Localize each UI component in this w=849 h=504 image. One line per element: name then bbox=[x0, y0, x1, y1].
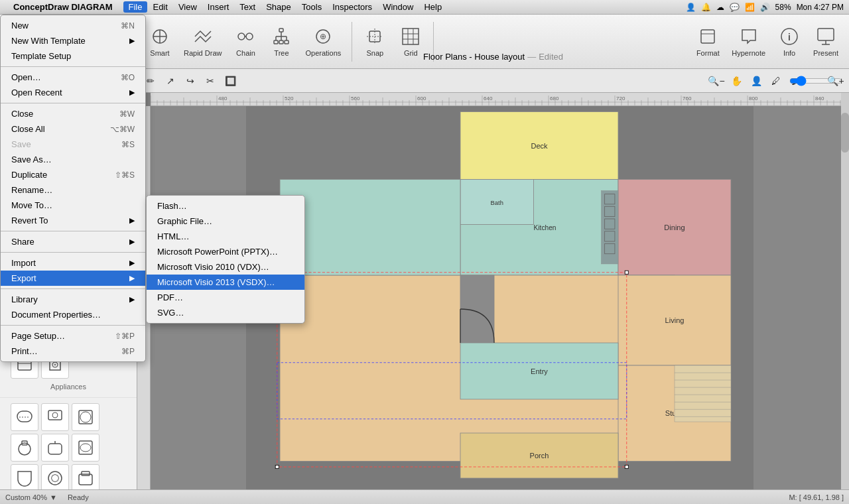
menu-close-all[interactable]: Close All ⌥⌘W bbox=[1, 121, 145, 137]
appliances-label: Appliances bbox=[5, 381, 131, 395]
bath-5[interactable] bbox=[41, 434, 69, 462]
scissors-tool[interactable]: ✂ bbox=[201, 72, 220, 90]
bath-6[interactable] bbox=[72, 434, 99, 462]
info-button[interactable]: i Info bbox=[772, 22, 807, 61]
grid-label: Grid bbox=[404, 49, 418, 57]
person-tool[interactable]: 👤 bbox=[747, 72, 765, 90]
file-menu: New ⌘N New With Template ▶ Template Setu… bbox=[0, 15, 146, 362]
tree-icon bbox=[271, 26, 292, 47]
svg-rect-16 bbox=[274, 40, 278, 44]
menu-open[interactable]: Open… ⌘O bbox=[1, 70, 145, 85]
svg-text:Living: Living bbox=[665, 316, 685, 324]
menu-close[interactable]: Close ⌘W bbox=[1, 106, 145, 121]
export-html[interactable]: HTML… bbox=[147, 229, 304, 244]
menu-close-shortcut: ⌘W bbox=[119, 109, 135, 119]
menu-insert[interactable]: Insert bbox=[202, 1, 235, 13]
bathroom-section: Bathroom bbox=[0, 397, 137, 489]
pan-tool[interactable]: ✋ bbox=[727, 72, 746, 90]
snap-button[interactable]: Snap bbox=[358, 22, 392, 61]
menu-page-setup-shortcut: ⇧⌘P bbox=[115, 332, 135, 341]
menu-close-all-shortcut: ⌥⌘W bbox=[110, 125, 135, 134]
menubar-notch: 🔔 bbox=[701, 3, 711, 12]
tree-button[interactable]: Tree bbox=[264, 22, 298, 61]
menubar-battery: 58% bbox=[775, 3, 791, 12]
export-flash[interactable]: Flash… bbox=[147, 198, 304, 214]
doc-title: Floor Plans - House layout bbox=[423, 52, 525, 62]
format-button[interactable]: Format bbox=[690, 22, 725, 61]
rapid-draw-button[interactable]: Rapid Draw bbox=[178, 22, 227, 61]
export-vdx[interactable]: Microsoft Visio 2010 (VDX)… bbox=[147, 259, 304, 275]
status-coords: M: [ 49.61, 1.98 ] bbox=[789, 493, 844, 501]
menu-save-as[interactable]: Save As… bbox=[1, 152, 145, 167]
menu-open-shortcut: ⌘O bbox=[121, 73, 135, 82]
menu-inspectors[interactable]: Inspectors bbox=[327, 1, 377, 13]
svg-rect-270 bbox=[275, 465, 279, 468]
chain-button[interactable]: Chain bbox=[228, 22, 263, 61]
zoom-in-tool[interactable]: 🔍+ bbox=[826, 72, 845, 90]
zoom-dropdown-arrow[interactable]: ▼ bbox=[50, 493, 57, 501]
menu-help[interactable]: Help bbox=[419, 1, 447, 13]
menu-rename[interactable]: Rename… bbox=[1, 182, 145, 198]
bath-8[interactable] bbox=[41, 464, 69, 489]
export-pptx[interactable]: Microsoft PowerPoint (PPTX)… bbox=[147, 244, 304, 259]
bath-9[interactable] bbox=[72, 464, 99, 489]
connect-tool[interactable]: ↗ bbox=[161, 72, 180, 90]
app-name[interactable]: ConceptDraw DIAGRAM bbox=[13, 2, 113, 12]
menu-export[interactable]: Export ▶ bbox=[1, 271, 145, 286]
menu-document-properties[interactable]: Document Properties… bbox=[1, 307, 145, 322]
menu-import[interactable]: Import ▶ bbox=[1, 255, 145, 271]
svg-point-12 bbox=[238, 33, 245, 40]
bend-tool[interactable]: ↪ bbox=[181, 72, 200, 90]
menu-template-setup[interactable]: Template Setup bbox=[1, 48, 145, 64]
menu-window[interactable]: Window bbox=[377, 1, 419, 13]
hypernote-button[interactable]: Hypernote bbox=[726, 22, 771, 61]
svg-rect-88 bbox=[79, 441, 92, 454]
svg-text:840: 840 bbox=[815, 95, 824, 101]
menu-view[interactable]: View bbox=[173, 1, 202, 13]
menu-share[interactable]: Share ▶ bbox=[1, 234, 145, 249]
bath-1[interactable] bbox=[11, 403, 38, 431]
menu-revert-to[interactable]: Revert To ▶ bbox=[1, 213, 145, 228]
svg-rect-15 bbox=[279, 29, 283, 32]
menu-move-to[interactable]: Move To… bbox=[1, 198, 145, 213]
export-svg[interactable]: SVG… bbox=[147, 305, 304, 320]
bath-7[interactable] bbox=[11, 464, 38, 489]
menu-tools[interactable]: Tools bbox=[296, 1, 327, 13]
pen-tool[interactable]: 🖊 bbox=[767, 72, 785, 90]
zoom-out-tool[interactable]: 🔍− bbox=[707, 72, 726, 90]
vertical-scrollbar[interactable] bbox=[841, 93, 849, 489]
menu-text[interactable]: Text bbox=[234, 1, 261, 13]
bath-4[interactable] bbox=[11, 434, 38, 462]
stamp-tool[interactable]: 🔲 bbox=[221, 72, 239, 90]
grid-button[interactable]: Grid bbox=[393, 22, 428, 61]
menubar-time: Mon 4:27 PM bbox=[797, 3, 844, 12]
chain-icon bbox=[235, 26, 256, 47]
export-vsdx[interactable]: Microsoft Visio 2013 (VSDX)… bbox=[147, 275, 304, 290]
menu-save-label: Save bbox=[11, 139, 31, 149]
menu-file[interactable]: File bbox=[123, 1, 148, 13]
grid-icon bbox=[400, 26, 421, 47]
menu-new-with-template[interactable]: New With Template ▶ bbox=[1, 33, 145, 48]
export-pdf[interactable]: PDF… bbox=[147, 290, 304, 305]
smart-button[interactable]: Smart bbox=[143, 22, 177, 61]
operations-button[interactable]: ⊕ Operations bbox=[300, 22, 346, 61]
menu-duplicate[interactable]: Duplicate ⇧⌘S bbox=[1, 167, 145, 182]
file-menu-overlay: New ⌘N New With Template ▶ Template Setu… bbox=[0, 15, 146, 362]
present-button[interactable]: Present bbox=[808, 22, 844, 61]
doc-separator: — bbox=[527, 52, 536, 62]
format-label: Format bbox=[696, 49, 720, 57]
bath-3[interactable] bbox=[72, 403, 99, 431]
menu-open-recent[interactable]: Open Recent ▶ bbox=[1, 85, 145, 100]
menu-page-setup[interactable]: Page Setup… ⇧⌘P bbox=[1, 328, 145, 344]
zoom-control[interactable]: Custom 40% ▼ bbox=[5, 493, 57, 501]
menu-edit[interactable]: Edit bbox=[147, 1, 172, 13]
bath-2[interactable] bbox=[41, 403, 69, 431]
menu-library[interactable]: Library ▶ bbox=[1, 292, 145, 307]
vertical-scrollbar-thumb[interactable] bbox=[841, 113, 849, 153]
menu-shape[interactable]: Shape bbox=[261, 1, 296, 13]
menubar-wifi: 📶 bbox=[745, 3, 755, 12]
toolbar-sep-1 bbox=[352, 22, 352, 62]
menu-print[interactable]: Print… ⌘P bbox=[1, 344, 145, 359]
export-graphic-file[interactable]: Graphic File… bbox=[147, 214, 304, 229]
menu-new[interactable]: New ⌘N bbox=[1, 18, 145, 33]
